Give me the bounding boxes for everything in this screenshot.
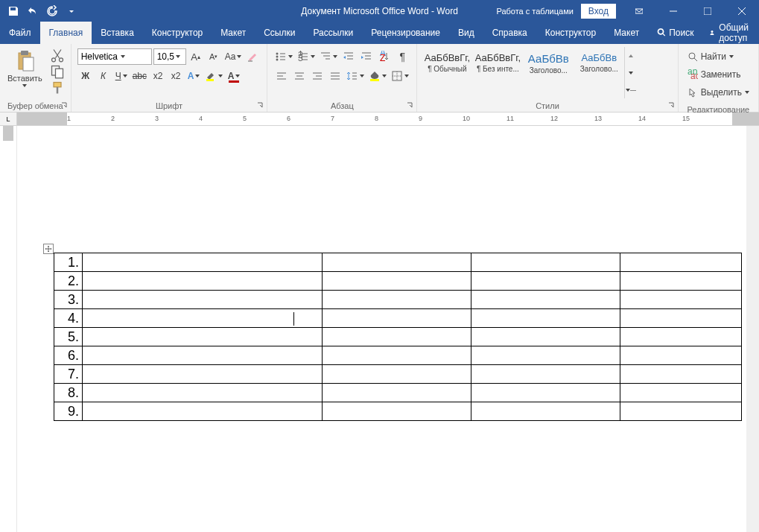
table-cell[interactable] [323,365,471,384]
share-button[interactable]: Общий доступ [701,22,759,44]
tab-design[interactable]: Конструктор [143,22,212,44]
select-button[interactable]: Выделить [685,84,752,101]
align-right-button[interactable] [309,68,325,84]
show-marks-button[interactable]: ¶ [394,48,410,65]
table-cell[interactable] [620,291,742,309]
table-row[interactable]: 6. [54,346,742,365]
paragraph-launcher[interactable] [404,100,415,110]
font-launcher[interactable] [255,100,265,110]
table-cell[interactable] [83,346,323,365]
table-cell[interactable] [620,253,742,272]
table-cell[interactable] [471,328,620,346]
replace-button[interactable]: abacЗаменить [685,66,752,83]
minimize-button[interactable] [656,0,690,22]
tab-selector[interactable]: L [0,113,17,125]
table-cell[interactable] [323,346,471,365]
style-no-spacing[interactable]: АаБбВвГг,¶ Без инте... [472,47,523,98]
vertical-ruler[interactable] [0,126,17,532]
table-cell[interactable] [620,384,742,402]
redo-button[interactable] [43,2,61,20]
table-cell[interactable] [471,291,620,309]
table-cell[interactable] [471,272,620,291]
table-cell[interactable] [83,384,323,402]
tell-me-search[interactable]: Поиск [648,22,701,44]
qat-customize-button[interactable] [63,2,80,20]
table-cell[interactable] [323,309,471,328]
table-cell[interactable] [83,253,323,272]
undo-button[interactable] [24,2,42,20]
format-painter-button[interactable] [50,81,65,95]
table-row[interactable]: 5. [54,328,742,346]
paste-button[interactable]: Вставить [3,45,47,90]
table-cell[interactable] [83,365,323,384]
styles-expand[interactable] [625,81,636,98]
underline-button[interactable]: Ч [113,68,130,84]
tab-file[interactable]: Файл [0,22,40,44]
superscript-button[interactable]: x2 [168,68,184,84]
table-cell[interactable]: 4. [54,309,83,328]
table-cell[interactable] [83,309,323,328]
bullets-button[interactable] [273,48,294,65]
styles-launcher[interactable] [666,100,676,110]
tab-table-layout[interactable]: Макет [605,22,648,44]
increase-indent-button[interactable] [358,48,375,65]
table-cell[interactable] [83,291,323,309]
highlight-button[interactable] [203,68,224,84]
vertical-scrollbar[interactable] [746,126,759,532]
grow-font-button[interactable]: A▴ [188,48,204,65]
tab-references[interactable]: Ссылки [255,22,304,44]
table-cell[interactable]: 9. [54,402,83,421]
table-cell[interactable] [323,328,471,346]
table-cell[interactable] [620,328,742,346]
horizontal-ruler[interactable]: L 123456789101112131415 [0,113,759,126]
table-cell[interactable] [323,402,471,421]
find-button[interactable]: Найти [685,48,752,65]
table-cell[interactable] [471,365,620,384]
decrease-indent-button[interactable] [340,48,357,65]
table-cell[interactable] [471,309,620,328]
styles-scroll-up[interactable] [625,47,636,64]
table-row[interactable]: 1. [54,253,742,272]
italic-button[interactable]: К [95,68,112,84]
shrink-font-button[interactable]: A▾ [206,48,222,65]
strikethrough-button[interactable]: abc [131,68,148,84]
table-cell[interactable] [620,365,742,384]
table-row[interactable]: 4. [54,309,742,328]
align-left-button[interactable] [273,68,290,84]
table-cell[interactable] [83,402,323,421]
style-normal[interactable]: АаБбВвГг,¶ Обычный [422,47,472,98]
cut-button[interactable] [50,48,65,62]
table-cell[interactable] [323,253,471,272]
sort-button[interactable]: AZ [376,48,393,65]
maximize-button[interactable] [690,0,725,22]
clear-formatting-button[interactable] [244,48,261,65]
table-cell[interactable]: 5. [54,328,83,346]
document-table[interactable]: 1.2.3.4.5.6.7.8.9. [54,253,742,421]
tab-insert[interactable]: Вставка [92,22,143,44]
clipboard-launcher[interactable] [59,100,69,110]
table-cell[interactable] [471,384,620,402]
tab-layout[interactable]: Макет [212,22,255,44]
tab-review[interactable]: Рецензирование [362,22,449,44]
table-cell[interactable] [620,309,742,328]
table-cell[interactable]: 1. [54,253,83,272]
table-cell[interactable]: 8. [54,384,83,402]
style-heading1[interactable]: АаБбВвЗаголово... [523,47,574,98]
table-cell[interactable]: 3. [54,291,83,309]
change-case-button[interactable]: Aa [223,48,244,65]
table-row[interactable]: 9. [54,402,742,421]
table-cell[interactable] [620,346,742,365]
tab-table-design[interactable]: Конструктор [536,22,605,44]
font-name-combo[interactable]: Helvetica [77,48,152,65]
line-spacing-button[interactable] [345,68,366,84]
table-cell[interactable]: 6. [54,346,83,365]
table-cell[interactable] [471,402,620,421]
multilevel-list-button[interactable] [318,48,339,65]
borders-button[interactable] [390,68,410,84]
shading-button[interactable] [367,68,388,84]
subscript-button[interactable]: x2 [150,68,166,84]
table-row[interactable]: 3. [54,291,742,309]
table-cell[interactable] [323,272,471,291]
font-color-button[interactable]: A [226,68,242,84]
table-cell[interactable] [471,253,620,272]
